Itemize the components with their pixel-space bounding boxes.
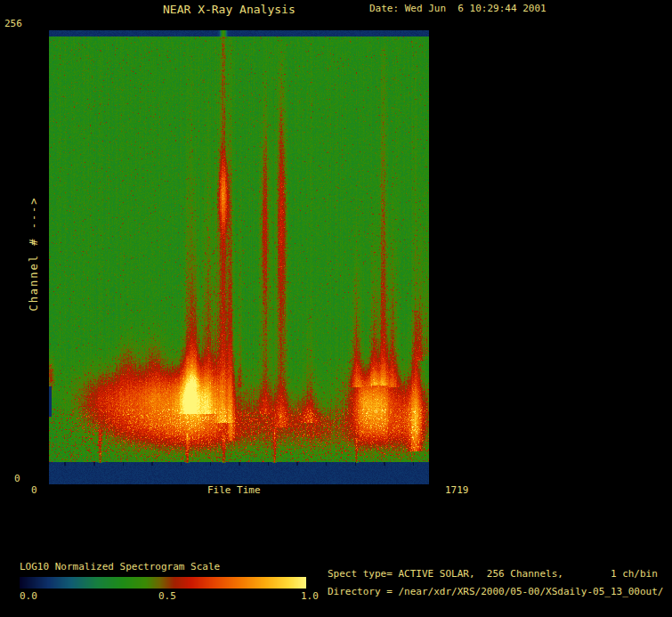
colorbar-tick-1: 1.0 [301, 591, 319, 602]
spectrogram-image [49, 30, 429, 484]
y-axis-max-label: 256 [4, 19, 22, 29]
y-axis-min-label: 0 [14, 474, 20, 484]
x-axis-min-label: 0 [31, 485, 37, 496]
date-label: Date: Wed Jun 6 10:29:44 2001 [369, 4, 547, 14]
colorbar-title: LOG10 Normalized Spectrogram Scale [20, 562, 220, 572]
colorbar-gradient [20, 577, 306, 589]
page-title: NEAR X-Ray Analysis [163, 4, 296, 16]
colorbar-tick-0: 0.0 [20, 591, 37, 602]
near-xray-analysis-window: { "header": { "title": "NEAR X-Ray Analy… [0, 0, 672, 617]
x-axis-title: File Time [207, 485, 261, 496]
y-axis-title: Channel # ---> [28, 196, 40, 311]
directory-line: Directory = /near/xdr/XRS/2000/05-00/XSd… [328, 587, 664, 597]
colorbar-tick-05: 0.5 [158, 591, 176, 602]
spect-type-line: Spect type= ACTIVE SOLAR, 256 Channels, … [328, 569, 658, 580]
x-axis-max-label: 1719 [445, 485, 469, 496]
